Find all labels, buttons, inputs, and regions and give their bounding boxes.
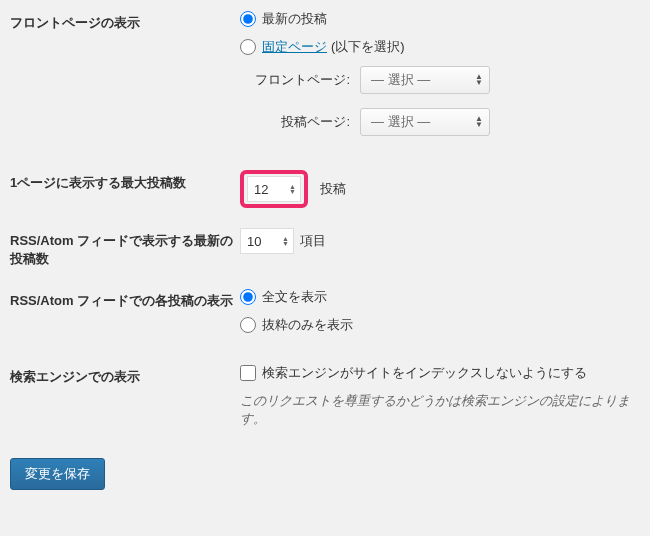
- front-page-static-radio[interactable]: [240, 39, 256, 55]
- posts-page-select-label: 投稿ページ:: [240, 113, 360, 131]
- front-page-select[interactable]: — 選択 — ▲▼: [360, 66, 490, 94]
- search-engine-description: このリクエストを尊重するかどうかは検索エンジンの設定によります。: [240, 392, 640, 428]
- posts-per-page-value: 12: [254, 182, 289, 197]
- rss-count-suffix: 項目: [300, 232, 326, 250]
- rss-full-label: 全文を表示: [262, 288, 327, 306]
- front-page-static-link[interactable]: 固定ページ: [262, 38, 327, 56]
- posts-per-page-label: 1ページに表示する最大投稿数: [10, 170, 240, 192]
- front-page-select-value: — 選択 —: [371, 71, 430, 89]
- stepper-icon[interactable]: ▲▼: [282, 236, 289, 246]
- posts-page-select-value: — 選択 —: [371, 113, 430, 131]
- front-page-select-label: フロントページ:: [240, 71, 360, 89]
- search-engine-label: 検索エンジンでの表示: [10, 364, 240, 386]
- rss-count-label: RSS/Atom フィードで表示する最新の投稿数: [10, 228, 240, 268]
- rss-excerpt-radio[interactable]: [240, 317, 256, 333]
- rss-count-input[interactable]: 10 ▲▼: [240, 228, 294, 254]
- front-page-latest-label: 最新の投稿: [262, 10, 327, 28]
- rss-count-value: 10: [247, 234, 282, 249]
- posts-per-page-highlight: 12 ▲▼: [240, 170, 308, 208]
- front-page-display-label: フロントページの表示: [10, 10, 240, 32]
- posts-page-select[interactable]: — 選択 — ▲▼: [360, 108, 490, 136]
- posts-per-page-suffix: 投稿: [320, 180, 346, 198]
- save-changes-button[interactable]: 変更を保存: [10, 458, 105, 490]
- chevron-updown-icon: ▲▼: [475, 74, 483, 86]
- chevron-updown-icon: ▲▼: [475, 116, 483, 128]
- rss-display-label: RSS/Atom フィードでの各投稿の表示: [10, 288, 240, 310]
- search-engine-checkbox[interactable]: [240, 365, 256, 381]
- posts-per-page-input[interactable]: 12 ▲▼: [247, 176, 301, 202]
- front-page-latest-radio[interactable]: [240, 11, 256, 27]
- search-engine-checkbox-label: 検索エンジンがサイトをインデックスしないようにする: [262, 364, 587, 382]
- stepper-icon[interactable]: ▲▼: [289, 184, 296, 194]
- rss-excerpt-label: 抜粋のみを表示: [262, 316, 353, 334]
- front-page-static-paren: (以下を選択): [331, 38, 405, 56]
- rss-full-radio[interactable]: [240, 289, 256, 305]
